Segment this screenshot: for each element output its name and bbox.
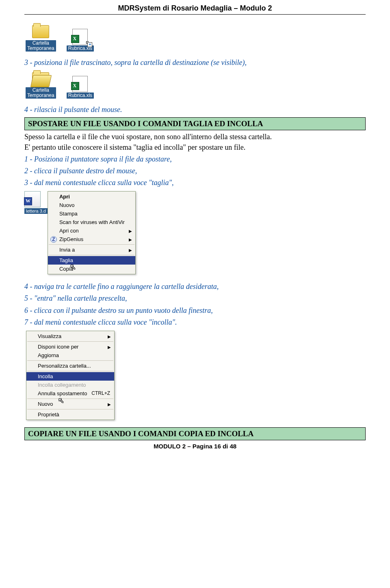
menu-item-proprieta[interactable]: Proprietà — [26, 410, 114, 419]
menu-item-stampa[interactable]: Stampa — [48, 209, 135, 218]
step-c4: 4 - naviga tra le cartelle fino a raggiu… — [24, 282, 366, 292]
submenu-arrow-icon: ▶ — [129, 248, 132, 252]
menu-separator — [27, 409, 113, 409]
xls-label-2: Rubrica.xls — [67, 93, 94, 99]
shortcut-label: CTRL+Z — [91, 390, 110, 396]
desktop-snippet-1: Cartella Temporanea ↖ + Rubrica.xls — [24, 23, 95, 53]
menu-item-nuovo-2[interactable]: Nuovo▶ — [26, 400, 114, 408]
folder-icon-1: Cartella Temporanea — [26, 24, 56, 52]
menu-separator — [27, 398, 113, 399]
menu-item-invia[interactable]: Invia a▶ — [48, 246, 135, 254]
step-c5: 5 - "entra" nella cartella prescelta, — [24, 293, 366, 304]
xls-icon-2: Rubrica.xls — [67, 76, 94, 99]
section-banner-copiare: COPIARE UN FILE USANDO I COMANDI COPIA E… — [24, 427, 366, 440]
menu-item-copia[interactable]: Copia — [48, 265, 135, 273]
zipgenius-icon: Z — [50, 236, 57, 243]
step-b1: 1 - Posiziona il puntatore sopra il file… — [24, 154, 366, 164]
step-c6: 6 - clicca con il pulsante destro su un … — [24, 306, 366, 316]
menu-item-nuovo[interactable]: Nuovo — [48, 201, 135, 209]
page-header: MDRSystem di Rosario Medaglia – Modulo 2 — [24, 4, 366, 14]
folder-icon-2: Cartella Temporanea — [26, 71, 56, 99]
menu-item-scan[interactable]: Scan for viruses with AntiVir — [48, 218, 135, 226]
page-footer: MODULO 2 – Pagina 16 di 48 — [24, 443, 366, 450]
menu-item-taglia[interactable]: Taglia — [48, 256, 135, 265]
submenu-arrow-icon: ▶ — [129, 228, 132, 233]
submenu-arrow-icon: ▶ — [108, 334, 111, 338]
context-menu-snippet-1: lettera 3.d Apri Nuovo Stampa Scan for v… — [24, 191, 366, 274]
menu-separator — [27, 371, 113, 371]
file-thumb: lettera 3.d — [24, 191, 48, 214]
menu-item-visualizza[interactable]: Visualizza▶ — [26, 332, 114, 340]
header-rule — [24, 14, 366, 15]
menu-separator — [27, 341, 113, 342]
menu-item-apri[interactable]: Apri — [48, 192, 135, 201]
submenu-arrow-icon: ▶ — [129, 237, 132, 241]
menu-item-incolla-collegamento[interactable]: Incolla collegamento — [26, 381, 114, 389]
context-menu-snippet-2: Visualizza▶ Disponi icone per▶ Aggiorna … — [24, 331, 366, 420]
context-menu-2: Visualizza▶ Disponi icone per▶ Aggiorna … — [26, 331, 115, 420]
word-doc-icon — [24, 191, 41, 207]
submenu-arrow-icon: ▶ — [108, 402, 111, 406]
menu-item-apri-con[interactable]: Apri con▶ — [48, 226, 135, 235]
desktop-snippet-2: Cartella Temporanea Rubrica.xls — [24, 70, 95, 100]
step-c7: 7 - dal menù contestuale clicca sulla vo… — [24, 317, 366, 327]
folder-label-1: Cartella Temporanea — [26, 40, 56, 52]
xls-icon-1: ↖ + Rubrica.xls — [67, 29, 94, 52]
folder-label-2: Cartella Temporanea — [26, 87, 56, 99]
submenu-arrow-icon: ▶ — [108, 345, 111, 349]
menu-separator — [49, 244, 134, 245]
menu-item-aggiorna[interactable]: Aggiorna — [26, 351, 114, 360]
menu-item-zipgenius[interactable]: ZZipGenius▶ — [48, 235, 135, 243]
file-thumb-label: lettera 3.d — [24, 208, 48, 214]
menu-item-annulla[interactable]: Annulla spostamentoCTRL+Z — [26, 389, 114, 398]
menu-item-personalizza[interactable]: Personalizza cartella... — [26, 362, 114, 370]
step-3: 3 - posiziona il file trascinato, sopra … — [24, 58, 366, 68]
step-b3: 3 - dal menù contestuale clicca sulla vo… — [24, 178, 366, 188]
section-banner-spostare: SPOSTARE UN FILE USANDO I COMANDI TAGLIA… — [24, 117, 366, 130]
para-2: E' pertanto utile conoscere il sistema "… — [24, 142, 366, 152]
step-4: 4 - rilascia il pulsante del mouse. — [24, 105, 366, 115]
menu-separator — [27, 360, 113, 361]
menu-item-disponi[interactable]: Disponi icone per▶ — [26, 342, 114, 351]
plus-badge-icon: + — [87, 42, 92, 47]
context-menu-1: Apri Nuovo Stampa Scan for viruses with … — [48, 191, 136, 274]
step-b2: 2 - clicca il pulsante destro del mouse, — [24, 166, 366, 176]
menu-item-incolla[interactable]: Incolla — [26, 372, 114, 381]
para-1: Spesso la cartella e il file che vuoi sp… — [24, 132, 366, 142]
menu-separator — [49, 255, 134, 255]
